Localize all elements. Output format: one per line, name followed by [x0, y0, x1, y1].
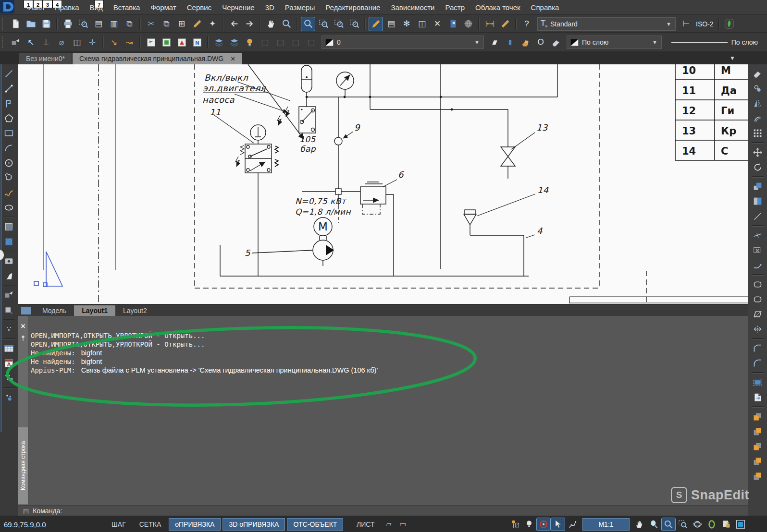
pan-icon[interactable]	[264, 17, 278, 31]
help-icon[interactable]: ?	[520, 17, 533, 31]
undo-icon[interactable]	[227, 17, 241, 31]
fullscreen-icon[interactable]	[734, 518, 747, 531]
color-combo[interactable]: По слою ▼	[567, 36, 662, 49]
point-style-icon[interactable]	[2, 390, 16, 404]
open-folder-icon[interactable]	[24, 17, 37, 31]
notebook-icon[interactable]	[446, 17, 459, 31]
properties-icon[interactable]: ▤	[384, 17, 398, 31]
internet-icon[interactable]	[461, 17, 475, 31]
match-properties-icon[interactable]: ✦	[206, 17, 219, 31]
zoom-realtime-icon[interactable]	[280, 17, 293, 31]
eraser-small-icon[interactable]	[549, 36, 563, 49]
array-icon[interactable]	[751, 126, 765, 140]
dim-vertical-icon[interactable]: ⊥	[39, 36, 53, 49]
format-painter-icon[interactable]	[190, 17, 204, 31]
dim-center-icon[interactable]: ✛	[86, 36, 99, 49]
tab-layout2[interactable]: Layout2	[115, 305, 155, 316]
arc-icon[interactable]	[2, 141, 16, 155]
scale-button[interactable]: М1:1	[582, 518, 630, 531]
mirror-icon[interactable]	[751, 97, 765, 110]
rounded-rect-2-icon[interactable]	[751, 292, 765, 306]
dim-style-value[interactable]: ISO-2	[696, 20, 714, 28]
region-icon[interactable]	[2, 220, 16, 234]
wipeout-icon[interactable]	[2, 269, 16, 283]
mtext-icon[interactable]: A	[2, 356, 16, 370]
zoom-lens-icon[interactable]	[647, 518, 661, 531]
menu-item-insert[interactable]: Вставка	[108, 1, 146, 13]
box-orange-icon[interactable]	[519, 36, 532, 49]
tab-layout1[interactable]: Layout1	[74, 305, 115, 316]
bulb-icon[interactable]	[522, 518, 536, 531]
offset-icon[interactable]	[751, 111, 765, 125]
new-file-icon[interactable]	[9, 17, 22, 31]
layer-combo[interactable]: 0 ▼	[322, 36, 484, 49]
zoom-previous-icon[interactable]	[347, 17, 361, 31]
dim-pick-icon[interactable]: ↖	[24, 36, 37, 49]
block-create-icon[interactable]	[2, 303, 16, 317]
copy-objects-icon[interactable]	[751, 82, 765, 96]
circle-icon[interactable]	[2, 156, 16, 170]
ring-icon[interactable]: O	[534, 36, 547, 49]
toolbar-grip[interactable]	[2, 18, 6, 30]
lock-sheet-icon[interactable]	[719, 518, 733, 531]
insert-block-icon[interactable]	[9, 36, 22, 49]
tab-model[interactable]: Модель	[35, 305, 74, 316]
stretch-line-icon[interactable]	[751, 209, 765, 223]
toolbar-grip[interactable]	[2, 36, 6, 48]
cursor-select-icon[interactable]	[551, 518, 565, 531]
extend-icon[interactable]	[751, 258, 765, 272]
menu-item-constraints[interactable]: Зависимости	[385, 1, 440, 13]
zoom-dynamic-icon[interactable]	[317, 17, 330, 31]
doc-tab-schema[interactable]: Схема гидравлическая принципиальная.DWG …	[73, 53, 242, 64]
toolbox-icon[interactable]: ✕	[431, 17, 444, 31]
layer-freeze-icon[interactable]: ▢	[258, 36, 272, 49]
print-icon[interactable]	[61, 17, 74, 31]
viewport-camera-icon[interactable]	[2, 254, 16, 268]
layer-lock-icon[interactable]: ▢	[273, 36, 287, 49]
table-icon[interactable]	[2, 341, 16, 355]
layer-on-icon[interactable]	[243, 36, 256, 49]
copy-icon[interactable]: ⧉	[160, 17, 173, 31]
design-center-icon[interactable]: ◫	[415, 17, 429, 31]
menu-item-help[interactable]: Справка	[526, 1, 565, 13]
menu-item-3d[interactable]: 3D	[260, 1, 280, 13]
fillet-icon[interactable]	[751, 356, 765, 370]
toggle-ОТС-ОБЪЕКТ[interactable]: ОТС-ОБЪЕКТ	[287, 518, 343, 531]
text-style-combo[interactable]: Tв Standard ▼	[537, 17, 676, 31]
rectangle-icon[interactable]	[2, 126, 16, 140]
toggle-3D оПРИВЯЗКА[interactable]: 3D оПРИВЯЗКА	[223, 518, 285, 531]
pin-icon[interactable]	[19, 334, 27, 342]
layers-icon[interactable]	[212, 36, 225, 49]
lamp-icon[interactable]	[508, 518, 521, 531]
layer-plot-icon[interactable]: ▢	[304, 36, 318, 49]
menu-item-dimensions[interactable]: Размеры	[280, 1, 320, 13]
print-preview-icon[interactable]	[76, 17, 90, 31]
hatch-icon[interactable]	[2, 235, 16, 249]
edit-drawing-icon[interactable]	[369, 17, 383, 31]
menu-item-service[interactable]: Сервис	[182, 1, 217, 13]
spline-icon[interactable]	[2, 186, 16, 200]
close-icon[interactable]: ✕	[19, 323, 27, 330]
order-above-icon[interactable]	[751, 439, 765, 453]
ellipse-icon[interactable]	[2, 201, 16, 215]
settings-gear-icon[interactable]: ✻	[400, 17, 413, 31]
zoom-rect-icon[interactable]	[676, 518, 690, 531]
orbit-icon[interactable]	[691, 518, 704, 531]
measure-ruler-icon[interactable]	[498, 17, 512, 31]
command-history[interactable]: OPEN,ИМПОРТА,ОТКРЫТЬ,УРЛОТКРОЙ - Открыть…	[31, 331, 378, 375]
redo-icon[interactable]	[243, 17, 256, 31]
trim-icon[interactable]	[751, 243, 765, 257]
menu-item-format[interactable]: Формат	[145, 1, 181, 13]
xref-clip-icon[interactable]	[160, 36, 173, 49]
menu-item-draft[interactable]: Черчение	[217, 1, 260, 13]
zoom-window-icon[interactable]	[662, 518, 675, 531]
menu-item-editing[interactable]: Редактирование	[320, 1, 385, 13]
toggle-СЕТКА[interactable]: СЕТКА	[134, 519, 167, 530]
xref-attach-icon[interactable]	[144, 36, 158, 49]
shear-icon[interactable]	[751, 307, 765, 321]
align-icon[interactable]	[751, 194, 765, 208]
publish-icon[interactable]: ▥	[107, 17, 121, 31]
drawing-canvas[interactable]: Вкл/выкл эл.двигателя насоса 105 бар 11 …	[18, 64, 748, 304]
dim-diameter-icon[interactable]: ⌀	[55, 36, 68, 49]
dim-style-icon[interactable]: ⊢	[680, 17, 693, 31]
